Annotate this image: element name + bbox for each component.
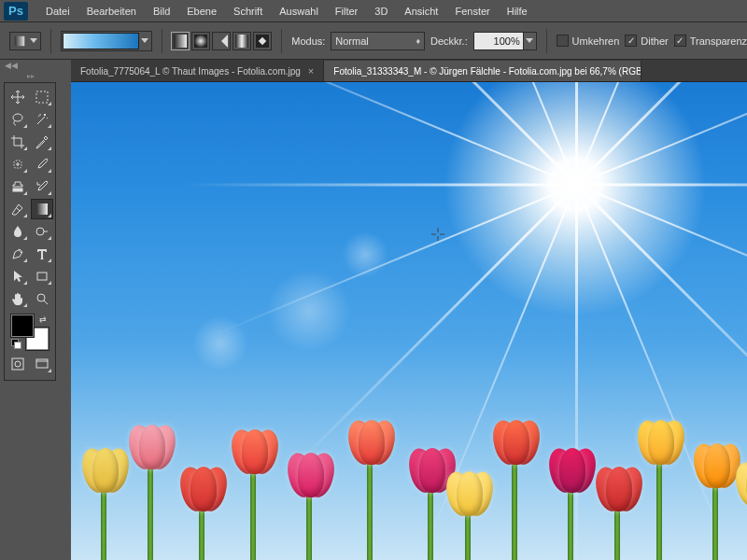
gradient-reflected-icon[interactable] [233, 32, 251, 50]
opacity-label: Deckkr.: [430, 35, 468, 47]
app-logo: Ps [4, 2, 28, 21]
svg-rect-17 [36, 359, 48, 368]
document-canvas [71, 82, 747, 560]
dither-label: Dither [641, 35, 668, 47]
tabstrip-handle-icon[interactable]: ◀◀ [5, 61, 18, 70]
options-bar: Modus: Normal ♦ Deckkr.: 100% Umkehren D… [0, 22, 747, 60]
tulip [729, 462, 747, 560]
gradient-diamond-icon[interactable] [253, 32, 272, 50]
menu-edit[interactable]: Bearbeiten [78, 2, 145, 21]
svg-point-12 [36, 228, 44, 235]
quick-mask-icon[interactable] [7, 354, 29, 374]
transparency-label: Transparenz [690, 35, 747, 47]
gradient-angle-icon[interactable] [212, 32, 231, 50]
tulip [122, 425, 178, 560]
document-tabstrip: Fotolia_7775064_L © Thaut Images - Fotol… [71, 60, 747, 82]
tulip [486, 420, 543, 560]
lens-flare [267, 269, 351, 353]
eraser-tool-icon[interactable] [7, 199, 29, 219]
svg-rect-15 [12, 358, 23, 370]
default-colors-icon[interactable] [11, 339, 21, 348]
opacity-field[interactable]: 100% [473, 32, 537, 50]
zoom-tool-icon[interactable] [31, 288, 53, 309]
tulip-flowerbed [71, 415, 747, 560]
menu-help[interactable]: Hilfe [499, 2, 536, 21]
document-tab-2[interactable]: Fotolia_31333343_M - © Jürgen Fälchle - … [324, 61, 641, 81]
gradient-preview [63, 33, 139, 49]
menu-3d[interactable]: 3D [366, 2, 396, 21]
brush-tool-icon[interactable] [31, 154, 53, 175]
lens-flare [342, 231, 388, 278]
svg-rect-0 [15, 35, 25, 46]
document-tab-1[interactable]: Fotolia_7775064_L © Thaut Images - Fotol… [71, 61, 324, 81]
menu-type[interactable]: Schrift [225, 2, 271, 21]
dodge-tool-icon[interactable] [31, 221, 53, 242]
path-selection-tool-icon[interactable] [7, 266, 29, 287]
tool-preset-picker[interactable] [9, 32, 41, 50]
svg-rect-7 [36, 91, 48, 103]
menu-window[interactable]: Fenster [446, 2, 498, 21]
reverse-label: Umkehren [572, 35, 620, 47]
mode-value: Normal [335, 35, 368, 47]
crop-tool-icon[interactable] [7, 132, 29, 152]
close-icon[interactable]: × [308, 65, 314, 77]
type-tool-icon[interactable] [31, 244, 53, 264]
foreground-color-swatch[interactable] [11, 315, 34, 337]
menu-file[interactable]: Datei [37, 2, 78, 21]
tulip [631, 420, 687, 560]
tab-label: Fotolia_7775064_L © Thaut Images - Fotol… [80, 66, 301, 77]
menu-select[interactable]: Auswahl [271, 2, 327, 21]
svg-rect-10 [13, 189, 22, 191]
menu-bar: Ps Datei Bearbeiten Bild Ebene Schrift A… [0, 0, 747, 22]
tulip [281, 453, 337, 560]
menu-view[interactable]: Ansicht [396, 2, 446, 21]
svg-rect-13 [37, 273, 47, 280]
transparency-checkbox[interactable]: Transparenz [674, 35, 747, 47]
svg-rect-4 [235, 35, 248, 48]
move-tool-icon[interactable] [7, 87, 29, 107]
opacity-value: 100% [494, 35, 520, 47]
sunray [577, 184, 748, 187]
svg-rect-2 [194, 35, 207, 48]
mode-dropdown[interactable]: Normal ♦ [331, 32, 425, 50]
screen-mode-icon[interactable] [31, 354, 53, 374]
svg-point-14 [37, 294, 45, 301]
tulip [342, 420, 398, 560]
svg-rect-11 [36, 203, 48, 215]
menu-image[interactable]: Bild [145, 2, 178, 21]
tulip [174, 467, 230, 560]
svg-point-16 [15, 361, 21, 367]
tulip [225, 429, 281, 560]
gradient-linear-icon[interactable] [171, 32, 190, 50]
toolbox: ▸▸ ⇄ [4, 82, 56, 381]
hand-tool-icon[interactable] [7, 288, 29, 309]
gradient-picker[interactable] [61, 31, 152, 51]
mode-label: Modus: [291, 35, 325, 47]
sunray [185, 184, 577, 187]
toolbox-handle-icon[interactable]: ▸▸ [5, 72, 57, 79]
magic-wand-tool-icon[interactable] [31, 109, 53, 130]
pen-tool-icon[interactable] [7, 244, 29, 264]
svg-rect-1 [174, 35, 187, 48]
history-brush-tool-icon[interactable] [31, 176, 53, 197]
marquee-tool-icon[interactable] [31, 87, 53, 107]
canvas-area[interactable] [71, 82, 747, 560]
sunray [575, 82, 578, 185]
menu-filter[interactable]: Filter [327, 2, 366, 21]
lens-flare [192, 315, 248, 371]
gradient-radial-icon[interactable] [191, 32, 210, 50]
gradient-tool-icon[interactable] [31, 199, 53, 219]
tab-label: Fotolia_31333343_M - © Jürgen Fälchle - … [333, 66, 641, 77]
healing-brush-tool-icon[interactable] [7, 154, 29, 175]
reverse-checkbox[interactable]: Umkehren [557, 35, 620, 47]
lasso-tool-icon[interactable] [7, 109, 29, 130]
swap-colors-icon[interactable]: ⇄ [39, 315, 47, 324]
rectangle-tool-icon[interactable] [31, 266, 53, 287]
clone-stamp-tool-icon[interactable] [7, 176, 29, 197]
dither-checkbox[interactable]: Dither [625, 35, 668, 47]
menu-layer[interactable]: Ebene [178, 2, 225, 21]
color-swatches: ⇄ [11, 315, 49, 350]
blur-tool-icon[interactable] [7, 221, 29, 242]
eyedropper-tool-icon[interactable] [31, 132, 53, 152]
